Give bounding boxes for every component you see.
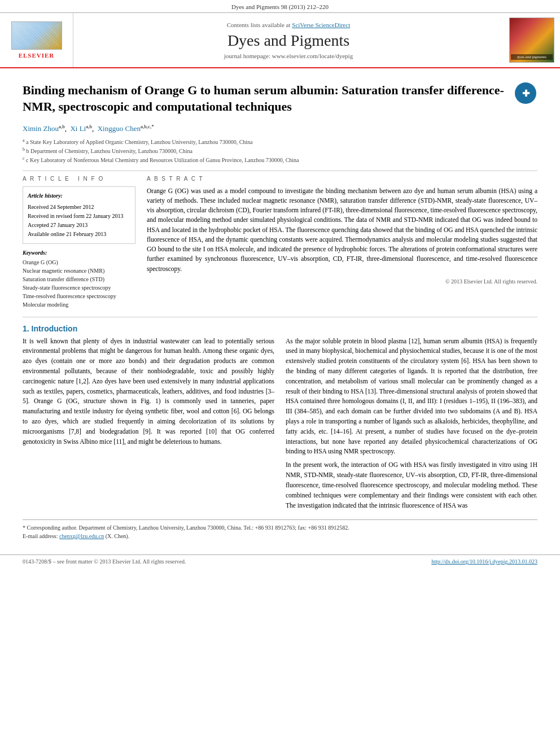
keyword-2: Nuclear magnetic resonance (NMR) [23,267,135,275]
corresponding-author-note: * Corresponding author. Department of Ch… [23,523,537,532]
journal-title: Dyes and Pigments [228,32,349,50]
keyword-3: Saturation transfer difference (STD) [23,275,135,283]
intro-para-2: As the major soluble protein in blood pl… [286,337,537,457]
intro-body-columns: It is well known that plenty of dyes in … [23,337,537,514]
keyword-5: Time-resolved fluorescence spectroscopy [23,292,135,300]
article-title-text: Binding mechanism of Orange G to human s… [23,82,509,117]
article-info-column: A R T I C L E I N F O Article history: R… [23,176,135,309]
email-note: E-mail address: chenxg@lzu.edu.cn (X. Ch… [23,532,537,540]
journal-reference-bar: Dyes and Pigments 98 (2013) 212–220 [0,0,560,13]
journal-homepage: journal homepage: www.elsevier.com/locat… [224,53,353,59]
received-date: Received 24 September 2012 [28,203,130,212]
journal-cover-thumbnail [509,18,554,63]
journal-header: ELSEVIER Contents lists available at Sci… [0,13,560,68]
section-title: 1. Introduction [23,324,537,333]
intro-col-left: It is well known that plenty of dyes in … [23,337,274,514]
article-title: Binding mechanism of Orange G to human s… [23,82,509,115]
info-abstract-section: A R T I C L E I N F O Article history: R… [23,176,537,309]
footnotes: * Corresponding author. Department of Ch… [23,519,537,540]
divider-2 [23,317,537,317]
affiliation-a: a a State Key Laboratory of Applied Orga… [23,137,537,146]
keyword-1: Orange G (OG) [23,258,135,267]
bottom-bar: 0143-7208/$ – see front matter © 2013 El… [0,554,560,568]
affiliations: a a State Key Laboratory of Applied Orga… [23,137,537,165]
doi-link[interactable]: http://dx.doi.org/10.1016/j.dyepig.2013.… [431,558,537,565]
keywords-box: Keywords: Orange G (OG) Nuclear magnetic… [23,250,135,309]
journal-ref-text: Dyes and Pigments 98 (2013) 212–220 [231,3,329,10]
elsevier-label: ELSEVIER [19,52,55,59]
journal-thumbnail-section [504,13,560,67]
elsevier-logo-section: ELSEVIER [0,13,73,67]
author-xingguo-chen[interactable]: Xingguo Chen [98,125,141,133]
affiliation-c: c c Key Laboratory of Nonferrous Metal C… [23,155,537,164]
abstract-column: A B S T R A C T Orange G (OG) was used a… [147,176,537,309]
issn-text: 0143-7208/$ – see front matter © 2013 El… [23,558,186,565]
abstract-paragraph: Orange G (OG) was used as a model compou… [147,186,537,274]
authors-line: Ximin Zhoua,b, Xi Lia,b, Xingguo Chena,b… [23,124,537,133]
keyword-4: Steady-state fluorescence spectroscopy [23,283,135,292]
article-title-section: Binding mechanism of Orange G to human s… [23,77,537,117]
abstract-header: A B S T R A C T [147,176,537,182]
intro-para-3: In the present work, the interaction of … [286,460,537,510]
crossmark-icon[interactable]: ✚ [515,82,537,105]
divider-1 [23,171,537,171]
article-history-heading: Article history: [28,191,130,200]
available-date: Available online 21 February 2013 [28,230,130,239]
page: Dyes and Pigments 98 (2013) 212–220 ELSE… [0,0,560,747]
keyword-6: Molecular modeling [23,300,135,309]
author-xi-li[interactable]: Xi Li [70,125,86,133]
journal-title-section: Contents lists available at SciVerse Sci… [73,13,504,67]
elsevier-logo-graphic [11,21,62,50]
elsevier-logo: ELSEVIER [11,21,62,59]
article-content: Binding mechanism of Orange G to human s… [0,68,560,549]
intro-para-1: It is well known that plenty of dyes in … [23,337,274,447]
sciverse-link[interactable]: SciVerse ScienceDirect [292,21,350,28]
article-history-box: Article history: Received 24 September 2… [23,186,135,244]
introduction-section: 1. Introduction It is well known that pl… [23,324,537,514]
keywords-heading: Keywords: [23,250,135,256]
abstract-text: Orange G (OG) was used as a model compou… [147,186,537,274]
copyright-line: © 2013 Elsevier Ltd. All rights reserved… [147,278,537,285]
accepted-date: Accepted 27 January 2013 [28,221,130,230]
author-email-link[interactable]: chenxg@lzu.edu.cn [59,533,104,539]
intro-col-right: As the major soluble protein in blood pl… [286,337,537,514]
sciverse-line: Contents lists available at SciVerse Sci… [227,21,350,28]
affiliation-b: b b Department of Chemistry, Lanzhou Uni… [23,146,537,155]
article-info-header: A R T I C L E I N F O [23,176,135,182]
author-ximin-zhou[interactable]: Ximin Zhou [23,125,59,133]
crossmark-badge: ✚ [515,82,536,104]
revised-date: Received in revised form 22 January 2013 [28,212,130,221]
